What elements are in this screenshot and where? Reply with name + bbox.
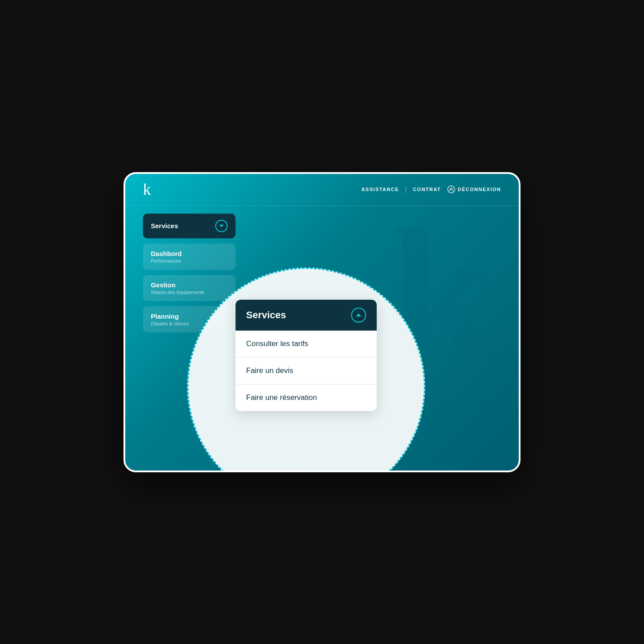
planning-label: Planning xyxy=(151,313,179,320)
arrow-up-icon xyxy=(356,313,361,316)
reservation-label: Faire une réservation xyxy=(246,393,317,402)
sidebar-item-dashbord[interactable]: Dashbord Performances xyxy=(143,244,236,270)
services-up-arrow-icon[interactable] xyxy=(351,308,366,323)
services-dropdown-card: Services Consulter les tarifs Faire un d… xyxy=(236,300,377,411)
tarifs-label: Consulter les tarifs xyxy=(246,339,308,348)
sidebar-services-label: Services xyxy=(151,222,178,230)
dashbord-label: Dashbord xyxy=(151,250,182,257)
dashbord-sub: Performances xyxy=(151,258,228,264)
gestion-sub: Statuts des équipements xyxy=(151,290,228,295)
menu-item-reservation[interactable]: Faire une réservation xyxy=(236,384,377,411)
logo: k xyxy=(143,181,151,197)
sidebar-item-services[interactable]: Services xyxy=(143,214,236,238)
tablet-screen: k k ASSISTANCE | CONTRAT DÉCONNEXION S xyxy=(124,172,520,472)
services-card-body: Consulter les tarifs Faire un devis Fair… xyxy=(236,331,377,411)
services-card-title: Services xyxy=(246,309,286,321)
deconnexion-link[interactable]: DÉCONNEXION xyxy=(447,185,501,193)
deconnexion-label: DÉCONNEXION xyxy=(458,187,501,192)
gestion-label: Gestion xyxy=(151,281,176,289)
contrat-link[interactable]: CONTRAT xyxy=(413,187,441,192)
services-card-header: Services xyxy=(236,300,377,331)
sidebar-item-gestion[interactable]: Gestion Statuts des équipements xyxy=(143,275,236,301)
services-arrow-icon xyxy=(215,220,228,232)
menu-item-devis[interactable]: Faire un devis xyxy=(236,358,377,384)
arrow-down-icon xyxy=(219,225,224,227)
user-icon xyxy=(447,185,455,193)
zoom-content: Services Consulter les tarifs Faire un d… xyxy=(236,300,377,411)
menu-item-tarifs[interactable]: Consulter les tarifs xyxy=(236,331,377,358)
header: k ASSISTANCE | CONTRAT DÉCONNEXION xyxy=(125,174,519,206)
assistance-link[interactable]: ASSISTANCE xyxy=(361,187,399,192)
header-nav: ASSISTANCE | CONTRAT DÉCONNEXION xyxy=(361,185,501,193)
devis-label: Faire un devis xyxy=(246,366,293,375)
nav-divider: | xyxy=(405,186,407,193)
